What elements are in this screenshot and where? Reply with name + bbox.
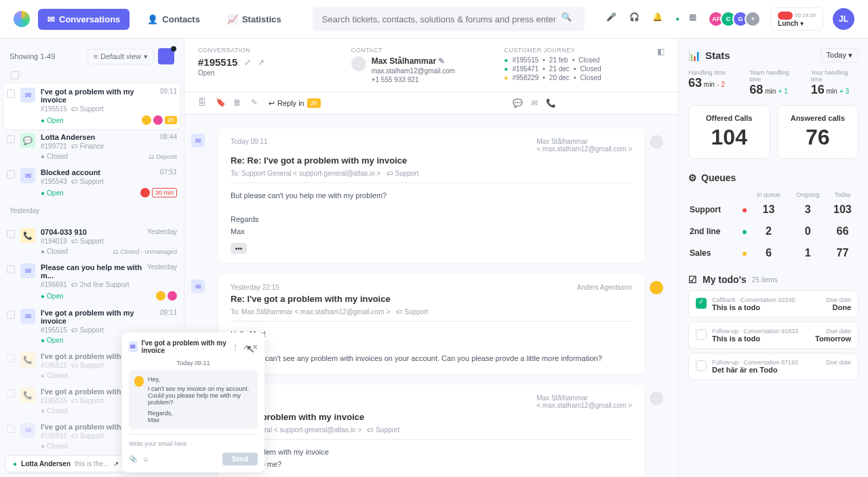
todo-item[interactable]: ✓ Callback · Conversation 92245This is a… xyxy=(688,290,859,318)
conversation-preview-popup[interactable]: ✉ I've got a problem with my invoice ⋮ ↗… xyxy=(122,332,264,472)
ticket-checkbox[interactable] xyxy=(7,311,15,319)
journey-item[interactable]: ●#958229•20 dec•Closed xyxy=(504,74,637,81)
panel-toggle-icon[interactable]: ◧ xyxy=(657,47,665,83)
message-body: But please can't you help me with my pro… xyxy=(231,190,632,237)
stat-metric: Handling time 63 min - 2 xyxy=(688,69,736,97)
sender-avatar xyxy=(650,392,663,405)
period-selector[interactable]: Today ▾ xyxy=(821,48,859,62)
assignee-avatar xyxy=(140,188,150,197)
message-body: got a problem with my invoice n you help… xyxy=(231,446,632,477)
search-input[interactable] xyxy=(322,14,561,24)
popup-title: I've got a problem with my invoice xyxy=(142,339,228,354)
trash-icon[interactable]: 🗑 xyxy=(233,98,244,109)
ticket-item[interactable]: ✉ Please can you help me with m...Yester… xyxy=(4,259,180,305)
ticket-item[interactable]: ✉ I've got a problem with my invoice09:1… xyxy=(4,83,180,129)
ticket-checkbox[interactable] xyxy=(7,354,15,362)
ticket-checkbox[interactable] xyxy=(7,135,15,143)
todo-checkbox[interactable] xyxy=(696,360,707,371)
external-link-icon[interactable]: ↗ xyxy=(113,460,119,468)
nav-statistics-label: Statistics xyxy=(242,14,281,24)
nav-statistics[interactable]: 📈 Statistics xyxy=(218,9,291,30)
queue-row[interactable]: Sales6177 xyxy=(690,243,857,263)
collapse-icon[interactable]: ⤢ xyxy=(244,58,251,67)
ticket-checkbox[interactable] xyxy=(7,170,15,178)
right-panel: 📊Stats Today ▾ Handling time 63 min - 2 … xyxy=(678,39,868,477)
ticket-status: Open xyxy=(41,117,64,124)
close-icon[interactable]: ✕ xyxy=(252,343,258,351)
ticket-status: Open xyxy=(41,189,64,197)
send-button[interactable]: Send xyxy=(222,453,258,465)
journey-item[interactable]: ●#195515•21 feb•Closed xyxy=(504,56,637,64)
emoji-icon[interactable]: ☺ xyxy=(142,455,149,463)
queue-row[interactable]: Support133103 xyxy=(690,199,857,220)
ticket-checkbox[interactable] xyxy=(7,230,15,238)
phone-action-icon[interactable]: 📞 xyxy=(546,98,556,108)
view-selector[interactable]: ≡Default view▾ xyxy=(87,49,154,64)
ticket-time: 07:51 xyxy=(160,168,177,176)
ticket-item[interactable]: ✉ Blocked account07:51 #195543🏷 Support … xyxy=(4,164,180,202)
popup-compose-input[interactable]: Write your email here xyxy=(129,434,258,447)
ticket-id: #195515 xyxy=(41,397,67,404)
ticket-time: 08:44 xyxy=(160,133,177,141)
expand-quote-icon[interactable]: ••• xyxy=(231,243,247,254)
phone-icon: 📞 xyxy=(20,387,35,402)
ticket-item[interactable]: 📞 0704-033 910Yesterday #194019🏷 Support… xyxy=(4,224,180,259)
headset-icon[interactable]: 🎧 xyxy=(629,12,643,26)
nav-contacts-label: Contacts xyxy=(162,14,200,24)
ticket-checkbox[interactable] xyxy=(7,90,15,98)
sender-avatar xyxy=(650,135,663,149)
search-icon[interactable]: 🔍 xyxy=(561,12,575,26)
ticket-title: Blocked account xyxy=(41,168,100,176)
more-icon[interactable]: ⋮ xyxy=(232,343,239,351)
filter-button[interactable] xyxy=(158,48,174,64)
ticket-title: Lotta Andersen xyxy=(41,133,95,141)
apps-icon[interactable]: ▦ xyxy=(689,12,703,26)
todo-item[interactable]: Follow-up · Conversation 87192Det här är… xyxy=(688,353,859,380)
status-selector[interactable]: 00:19:38 Lunch ▾ xyxy=(770,7,823,30)
nav-contacts[interactable]: 👤 Contacts xyxy=(138,9,210,30)
reply-button[interactable]: ↩Reply in2h xyxy=(269,98,321,108)
external-link-icon[interactable]: ↗ xyxy=(243,343,248,351)
mail-icon: ✉ xyxy=(20,88,35,102)
message: ✉ Yesterday 22:15Anders Agentsson Re: I'… xyxy=(218,274,644,374)
ticket-item[interactable]: 💬 Lotta Andersen08:44 #199721🏷 Finance C… xyxy=(4,129,180,164)
external-link-icon[interactable]: ↗ xyxy=(258,58,264,67)
journey-item[interactable]: ●#195471•21 dec•Closed xyxy=(504,65,637,73)
ticket-id: #195515 xyxy=(41,105,67,113)
select-all-checkbox[interactable] xyxy=(11,71,19,79)
queues-table: In queueOngoingTodaySupport1331032nd lin… xyxy=(688,190,859,265)
todo-checkbox[interactable] xyxy=(696,329,707,340)
bell-icon[interactable]: 🔔 xyxy=(652,12,666,26)
ticket-checkbox[interactable] xyxy=(7,265,15,273)
attachment-icon[interactable]: 📎 xyxy=(129,455,137,463)
mic-icon[interactable]: 🎤 xyxy=(606,12,620,26)
archive-icon[interactable]: 🗄 xyxy=(198,98,209,109)
bookmark-icon[interactable]: 🔖 xyxy=(216,98,226,109)
todo-item[interactable]: Follow-up · Conversation 91833This is a … xyxy=(688,322,859,349)
edit-icon[interactable]: ✎ xyxy=(251,98,262,109)
ticket-status: Closed xyxy=(41,407,68,415)
topbar: ✉ Conversations 👤 Contacts 📈 Statistics … xyxy=(0,0,868,39)
assignee-avatar xyxy=(167,291,177,301)
section-yesterday: Yesterday xyxy=(4,202,180,220)
team-avatars[interactable]: AFCG+ xyxy=(712,11,761,27)
todos-count: 25 items xyxy=(752,276,778,284)
todo-checkbox[interactable]: ✓ xyxy=(696,298,707,309)
queue-row[interactable]: 2nd line2066 xyxy=(690,221,857,242)
mail-icon: ✉ xyxy=(20,423,35,438)
mail-action-icon[interactable]: ✉ xyxy=(531,98,538,108)
minimized-chat-chip[interactable]: ● Lotta Andersen this is the... ↗ xyxy=(5,455,126,472)
ticket-time: Yesterday xyxy=(147,263,177,280)
ticket-checkbox[interactable] xyxy=(7,425,15,433)
ticket-time: Yesterday xyxy=(147,228,177,236)
status-label: Lunch xyxy=(778,20,798,27)
ticket-checkbox[interactable] xyxy=(7,389,15,398)
user-avatar[interactable]: JL xyxy=(833,8,854,30)
search-bar[interactable]: 🔍 xyxy=(313,7,585,31)
answered-calls-card: Answered calls 76 xyxy=(777,105,859,159)
chat-action-icon[interactable]: 💬 xyxy=(513,98,523,108)
edit-icon[interactable]: ✎ xyxy=(438,56,445,66)
message: ✉ n 14:47Max Stålhammar< max.stalham12@g… xyxy=(218,385,644,477)
nav-conversations[interactable]: ✉ Conversations xyxy=(38,9,130,30)
contact-name[interactable]: Max Stålhammar xyxy=(372,56,436,66)
